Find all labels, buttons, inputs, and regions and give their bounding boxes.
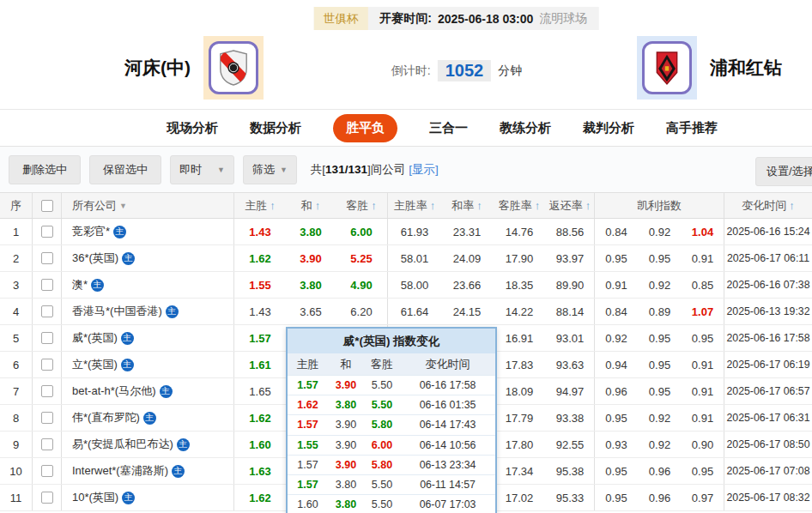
company-name: 36*(英国) xyxy=(72,250,118,266)
row-checkbox[interactable] xyxy=(41,252,53,264)
tab-three-in-one[interactable]: 三合一 xyxy=(429,120,468,136)
tab-coach-analysis[interactable]: 教练分析 xyxy=(500,120,551,136)
tab-live-analysis[interactable]: 现场分析 xyxy=(167,120,218,136)
col-header-company[interactable]: 所有公司▼ xyxy=(62,193,234,218)
rate-cell: 18.09 xyxy=(493,378,546,404)
home-team-group: 河床(中) xyxy=(124,36,264,100)
tab-win-draw-loss[interactable]: 胜平负 xyxy=(333,114,397,142)
odds-cell[interactable]: 6.00 xyxy=(336,219,388,244)
odds-cell[interactable]: 1.61 xyxy=(234,352,286,377)
rate-cell: 14.22 xyxy=(493,299,546,324)
kelly-cell: 0.92 xyxy=(638,219,682,244)
odds-cell[interactable]: 1.60 xyxy=(234,432,286,457)
row-checkbox[interactable] xyxy=(41,438,53,450)
odds-cell[interactable]: 1.43 xyxy=(234,299,286,324)
tab-data-analysis[interactable]: 数据分析 xyxy=(250,120,301,136)
odds-cell[interactable]: 5.25 xyxy=(336,245,388,271)
rate-cell: 24.15 xyxy=(441,299,493,324)
col-header-draw-odds[interactable]: 和↑ xyxy=(286,193,336,218)
col-label: 所有公司 xyxy=(72,198,117,214)
show-link[interactable]: [显示] xyxy=(409,163,439,176)
popup-col-header: 变化时间 xyxy=(400,353,495,375)
kelly-cell: 0.96 xyxy=(638,485,682,510)
tab-expert-picks[interactable]: 高手推荐 xyxy=(666,120,718,136)
table-row: 236*(英国)主1.623.905.2558.0124.0917.9093.9… xyxy=(0,245,812,272)
company-cell[interactable]: 威*(英国)主 xyxy=(62,325,234,351)
row-checkbox[interactable] xyxy=(41,279,53,291)
company-cell[interactable]: 澳*主 xyxy=(62,272,234,298)
row-checkbox[interactable] xyxy=(41,412,53,424)
row-checkbox[interactable] xyxy=(41,226,53,238)
keep-selected-button[interactable]: 保留选中 xyxy=(89,155,161,184)
row-number: 7 xyxy=(0,378,33,404)
company-cell[interactable]: 立*(英国)主 xyxy=(62,352,234,377)
odds-cell[interactable]: 1.62 xyxy=(234,245,286,271)
kickoff-info: 开赛时间: 2025-06-18 03:00 流明球场 xyxy=(367,7,599,30)
odds-cell[interactable]: 6.20 xyxy=(336,299,388,324)
company-cell[interactable]: 10*(英国)主 xyxy=(62,485,234,510)
col-header-kelly: 凯利指数 xyxy=(595,193,724,218)
col-header-return-rate[interactable]: 返还率↑ xyxy=(546,193,595,218)
rate-cell: 17.90 xyxy=(493,245,546,271)
company-cell[interactable]: 易*(安提瓜和巴布达)主 xyxy=(62,432,234,457)
select-all-checkbox[interactable] xyxy=(41,200,53,212)
company-cell[interactable]: Interwet*(塞浦路斯)主 xyxy=(62,458,234,484)
row-checkbox[interactable] xyxy=(41,359,53,371)
odds-cell[interactable]: 1.65 xyxy=(234,378,286,404)
odds-cell[interactable]: 1.62 xyxy=(234,405,286,431)
company-cell[interactable]: bet-at-h*(马尔他)主 xyxy=(62,378,234,404)
company-cell[interactable]: 香港马*(中国香港)主 xyxy=(62,299,234,324)
col-header-away-rate[interactable]: 客胜率↑ xyxy=(493,193,546,218)
rate-cell: 95.33 xyxy=(546,485,595,510)
row-checkbox[interactable] xyxy=(41,492,53,504)
kelly-cell: 0.95 xyxy=(595,485,638,510)
tab-referee-analysis[interactable]: 裁判分析 xyxy=(583,120,634,136)
row-checkbox[interactable] xyxy=(41,332,53,344)
settings-button[interactable]: 设置/选择 xyxy=(755,157,812,186)
odds-cell[interactable]: 4.90 xyxy=(336,272,388,298)
rate-cell: 17.02 xyxy=(493,485,546,510)
odds-cell[interactable]: 3.90 xyxy=(286,245,336,271)
kelly-cell: 0.91 xyxy=(682,405,724,431)
odds-cell[interactable]: 1.63 xyxy=(234,458,286,484)
filter-dropdown[interactable]: 筛选 ▼ xyxy=(243,155,297,184)
kelly-cell: 1.04 xyxy=(682,219,724,244)
row-checkbox-cell xyxy=(33,272,62,298)
kelly-cell: 0.93 xyxy=(595,432,638,457)
popup-col-header: 主胜 xyxy=(288,353,328,375)
rate-cell: 17.80 xyxy=(493,432,546,457)
change-time-cell: 2025-06-17 06:11 xyxy=(724,245,812,271)
odds-cell[interactable]: 3.65 xyxy=(286,299,336,324)
row-checkbox[interactable] xyxy=(41,465,53,477)
company-cell[interactable]: 36*(英国)主 xyxy=(62,245,234,271)
col-header-no: 序 xyxy=(0,193,33,218)
mainstream-badge-icon: 主 xyxy=(91,279,104,292)
col-header-change-time[interactable]: 变化时间↑ xyxy=(724,193,812,218)
col-header-home-odds[interactable]: 主胜↑ xyxy=(234,193,286,218)
rate-cell: 23.31 xyxy=(441,219,493,244)
odds-cell[interactable]: 3.80 xyxy=(286,219,336,244)
popup-body: 1.573.905.5006-16 17:581.623.805.5006-16… xyxy=(288,375,495,513)
odds-cell[interactable]: 1.57 xyxy=(234,325,286,351)
col-label: 客胜率 xyxy=(499,198,532,214)
row-checkbox[interactable] xyxy=(41,385,53,397)
odds-cell[interactable]: 1.55 xyxy=(234,272,286,298)
col-label: 主胜率 xyxy=(394,198,427,214)
odds-cell[interactable]: 1.43 xyxy=(234,219,286,244)
col-header-draw-rate[interactable]: 和率↑ xyxy=(441,193,493,218)
col-header-home-rate[interactable]: 主胜率↑ xyxy=(388,193,441,218)
odds-cell[interactable]: 3.80 xyxy=(286,272,336,298)
time-filter-dropdown[interactable]: 即时 ▼ xyxy=(170,155,234,184)
company-cell[interactable]: 竞彩官*主 xyxy=(62,219,234,244)
row-number: 6 xyxy=(0,352,33,377)
popup-cell: 1.57 xyxy=(288,376,328,395)
odds-cell[interactable]: 1.62 xyxy=(234,485,286,510)
col-header-away-odds[interactable]: 客胜↑ xyxy=(336,193,388,218)
company-cell[interactable]: 伟*(直布罗陀)主 xyxy=(62,405,234,431)
row-number: 2 xyxy=(0,245,33,271)
mainstream-badge-icon: 主 xyxy=(143,412,156,425)
delete-selected-button[interactable]: 删除选中 xyxy=(9,155,81,184)
company-name: 伟*(直布罗陀) xyxy=(72,410,140,425)
row-checkbox[interactable] xyxy=(41,305,53,317)
popup-row: 1.573.905.8006-13 23:34 xyxy=(288,455,495,474)
